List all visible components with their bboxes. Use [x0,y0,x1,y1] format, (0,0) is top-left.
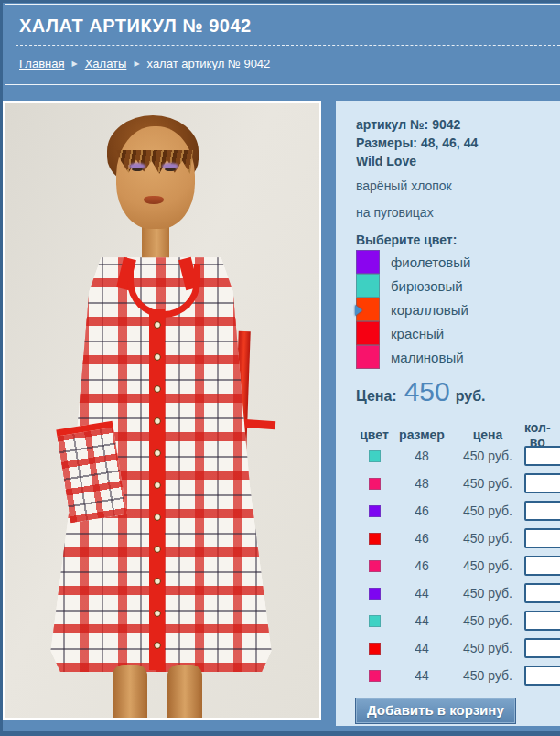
article-number: артикул №: 9042 [356,115,553,134]
row-size: 44 [393,613,451,628]
price-amount: 450 [404,378,450,406]
row-color-swatch [369,533,381,545]
color-option-label: бирюзовый [391,278,463,294]
breadcrumb-separator-icon: ▶ [134,60,139,68]
row-size: 44 [393,586,451,601]
row-price: 450 руб. [451,476,524,491]
selected-color-arrow-icon [355,305,362,316]
mannequin-left-leg [113,665,147,718]
sizes-line: Размеры: 48, 46, 44 [356,134,553,152]
table-row: 48 450 руб. шт. [356,442,553,470]
color-option-label: фиолетовый [391,254,471,270]
table-row: 44 450 руб. шт. [356,579,553,607]
row-size: 46 [393,503,451,518]
row-size: 46 [393,558,451,573]
color-option-raspberry[interactable]: малиновый [356,345,553,369]
header-size: размер [393,428,451,442]
mannequin-eye-left [132,168,143,171]
row-size: 48 [393,476,451,491]
color-swatch-turquoise[interactable] [356,274,380,298]
quantity-input[interactable] [524,501,560,521]
table-row: 46 450 руб. шт. [356,497,553,525]
table-row: 48 450 руб. шт. [356,470,553,497]
quantity-input[interactable] [524,528,560,548]
row-price: 450 руб. [451,503,524,518]
table-row: 44 450 руб. шт. [356,607,553,634]
page-background: ХАЛАТ АРТИКУЛ № 9042 Главная ▶ Халаты ▶ … [3,3,560,731]
table-row: 44 450 руб. шт. [356,634,553,662]
row-price: 450 руб. [451,668,524,683]
breadcrumb-link-category[interactable]: Халаты [85,57,127,70]
row-price: 450 руб. [451,641,524,655]
price-line: Цена: 450 руб. [356,378,553,406]
row-color-swatch [369,643,381,655]
color-option-label: красный [391,326,444,341]
product-info-panel: артикул №: 9042 Размеры: 48, 46, 44 Wild… [336,101,560,726]
mannequin-face [116,126,195,229]
color-picker-label: Выберите цвет: [356,233,553,247]
color-option-label: малиновый [391,350,464,365]
table-row: 44 450 руб. шт. [356,662,553,689]
table-row: 46 450 руб. шт. [356,525,553,552]
row-price: 450 руб. [451,449,524,463]
breadcrumb-link-home[interactable]: Главная [19,57,64,70]
quantity-input[interactable] [524,583,560,603]
mannequin-right-leg [167,665,202,718]
brand-name: Wild Love [356,152,553,170]
row-price: 450 руб. [451,531,524,546]
quantity-input[interactable] [524,638,560,658]
row-color-swatch [369,670,381,682]
row-size: 44 [393,641,451,655]
color-option-turquoise[interactable]: бирюзовый [356,274,553,298]
product-photo [3,101,321,720]
order-table-header: цвет размер цена кол-во [356,420,553,442]
breadcrumb: Главная ▶ Халаты ▶ халат артикул № 9042 [19,57,560,70]
mannequin-lips [144,196,164,204]
header-price: цена [451,428,524,442]
color-swatch-red[interactable] [356,321,380,345]
color-picker: фиолетовый бирюзовый коралловый красный … [356,250,553,369]
color-option-label: коралловый [391,302,468,318]
row-price: 450 руб. [451,613,524,628]
color-option-coral[interactable]: коралловый [356,298,553,321]
color-option-violet[interactable]: фиолетовый [356,250,553,274]
color-swatch-coral[interactable] [356,298,380,321]
quantity-input[interactable] [524,556,560,576]
row-size: 48 [393,449,451,463]
price-currency: руб. [456,388,486,405]
row-color-swatch [369,478,381,490]
add-to-cart-button[interactable]: Добавить в корзину [356,698,515,723]
row-price: 450 руб. [451,586,524,601]
color-swatch-violet[interactable] [356,250,380,274]
quantity-input[interactable] [524,446,560,466]
color-option-red[interactable]: красный [356,321,553,345]
fastening-line: на пуговицах [356,203,553,222]
mannequin-eye-right [165,168,176,171]
dress-buttons [154,320,161,668]
quantity-input[interactable] [524,611,560,631]
breadcrumb-current: халат артикул № 9042 [147,57,271,70]
row-color-swatch [369,450,381,462]
row-color-swatch [369,560,381,572]
color-swatch-raspberry[interactable] [356,345,380,369]
quantity-input[interactable] [524,473,560,493]
title-divider [16,45,560,46]
header-color: цвет [356,428,393,442]
page-header: ХАЛАТ АРТИКУЛ № 9042 Главная ▶ Халаты ▶ … [5,4,560,85]
page-title: ХАЛАТ АРТИКУЛ № 9042 [19,16,560,37]
row-price: 450 руб. [451,558,524,573]
material-line: варёный хлопок [356,177,553,195]
row-color-swatch [369,505,381,517]
quantity-input[interactable] [524,666,560,686]
order-table: цвет размер цена кол-во 48 450 руб. шт. … [356,420,553,689]
row-size: 46 [393,531,451,546]
row-color-swatch [369,615,381,627]
table-row: 46 450 руб. шт. [356,552,553,579]
row-size: 44 [393,668,451,683]
row-color-swatch [369,588,381,600]
breadcrumb-separator-icon: ▶ [71,60,77,68]
price-label: Цена: [356,388,397,405]
